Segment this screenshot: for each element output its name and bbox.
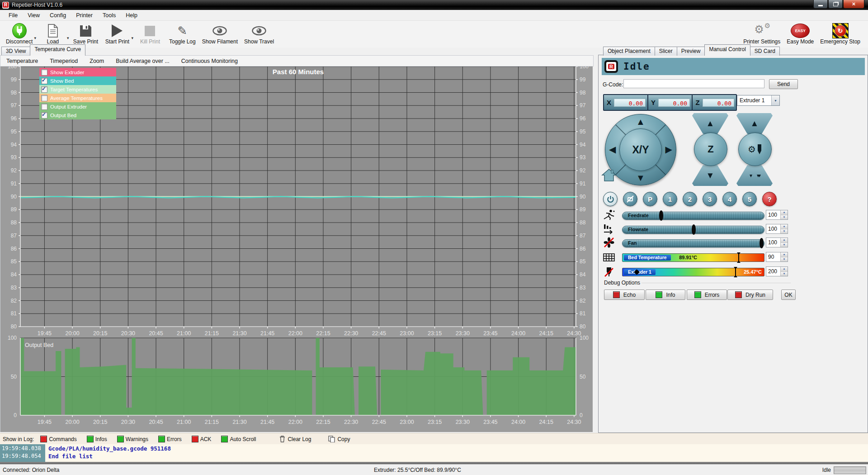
preset-1-button[interactable]: 1 <box>663 192 677 206</box>
feedrate-slider-handle[interactable] <box>659 210 663 221</box>
menu-config[interactable]: Config <box>45 11 71 20</box>
extruder-pad-center[interactable]: ⚙ <box>738 133 772 166</box>
spin-up-icon[interactable]: ▲ <box>781 267 788 272</box>
maximize-button[interactable] <box>828 0 843 9</box>
retract-icon[interactable]: ▾ <box>750 172 752 179</box>
spin-up-icon[interactable]: ▲ <box>781 224 788 229</box>
menu-tools[interactable]: Tools <box>98 11 121 20</box>
chart-menu-temperature[interactable]: Temperature <box>0 57 44 66</box>
legend-item-target-temperatures[interactable]: ✓Target Temperatures <box>39 85 116 94</box>
fan-spinner[interactable]: 100 ▲▼ <box>766 238 788 247</box>
legend-item-average-temperatures[interactable]: Average Temperatures <box>39 94 116 102</box>
spin-down-icon[interactable]: ▼ <box>781 272 788 276</box>
move-y-plus-icon[interactable]: ▲ <box>636 117 645 126</box>
send-button[interactable]: Send <box>769 79 798 89</box>
z-pad-center[interactable]: Z <box>694 133 727 166</box>
spin-down-icon[interactable]: ▼ <box>781 257 788 262</box>
extruder-target-marker[interactable] <box>735 267 736 277</box>
z-up-button[interactable]: ▲ <box>692 113 728 134</box>
menu-help[interactable]: Help <box>121 11 142 20</box>
tab-3d-view[interactable]: 3D View <box>1 47 30 56</box>
extruder-target-spinner[interactable]: 200 ▲▼ <box>766 266 788 276</box>
menu-printer[interactable]: Printer <box>71 11 98 20</box>
toggle-log-button[interactable]: ✎ Toggle Log <box>166 22 199 45</box>
log-area[interactable]: 19:59:48.038 Gcode/PLA/humidity_base.gco… <box>0 444 868 462</box>
checkbox-icon[interactable] <box>41 104 47 110</box>
extrude-button[interactable]: ▲ <box>736 113 773 134</box>
tab-slicer[interactable]: Slicer <box>655 47 677 56</box>
spin-down-icon[interactable]: ▼ <box>781 229 788 234</box>
debug-ok-button[interactable]: OK <box>781 290 796 300</box>
tab-temperature-curve[interactable]: Temperature Curve <box>30 44 85 56</box>
legend-item-show-extruder[interactable]: Show Extruder <box>39 68 116 76</box>
legend-item-output-bed[interactable]: ✓Output Bed <box>39 111 116 119</box>
extruder-select[interactable]: Extruder 1 ▼ <box>737 95 780 106</box>
home-button[interactable] <box>601 168 617 184</box>
log-toggle-commands[interactable]: Commands <box>40 436 76 442</box>
tab-manual-control[interactable]: Manual Control <box>704 44 750 56</box>
panel-splitter[interactable] <box>593 55 598 432</box>
preset-5-button[interactable]: 5 <box>742 192 757 206</box>
debug-errors-button[interactable]: Errors <box>687 290 727 300</box>
spin-up-icon[interactable]: ▲ <box>781 238 788 243</box>
emergency-stop-button[interactable]: ↻ Emergency Stop <box>817 22 863 45</box>
start-print-button[interactable]: Start Print <box>101 22 133 45</box>
disconnect-button[interactable]: Disconnect <box>3 22 36 45</box>
checkbox-icon[interactable] <box>41 69 47 76</box>
log-toggle-auto-scroll[interactable]: Auto Scroll <box>221 436 256 442</box>
park-button[interactable]: P <box>643 192 657 206</box>
tab-preview[interactable]: Preview <box>677 47 705 56</box>
fan-slider-handle[interactable] <box>760 238 764 248</box>
flowrate-spinner[interactable]: 100 ▲▼ <box>766 224 788 234</box>
z-down-button[interactable]: ▼ <box>692 165 728 186</box>
bed-target-marker[interactable] <box>738 252 739 263</box>
flowrate-slider-handle[interactable] <box>692 224 696 235</box>
extruder-temperature-bar[interactable]: Extruder 1 25.47°C <box>622 268 764 276</box>
help-button[interactable]: ? <box>762 192 777 206</box>
move-y-minus-icon[interactable]: ▼ <box>636 173 645 182</box>
preset-2-button[interactable]: 2 <box>683 192 697 206</box>
disconnect-dropdown-icon[interactable]: ▾ <box>34 36 36 40</box>
debug-echo-button[interactable]: Echo <box>604 290 645 300</box>
debug-dry-run-button[interactable]: Dry Run <box>727 290 773 300</box>
checkbox-icon[interactable]: ✓ <box>41 78 47 84</box>
copy-button[interactable]: Copy <box>328 436 350 442</box>
start-print-dropdown-icon[interactable]: ▾ <box>131 36 133 40</box>
checkbox-icon[interactable]: ✓ <box>41 112 47 119</box>
debug-info-button[interactable]: Info <box>646 290 685 300</box>
flowrate-slider[interactable]: Flowrate <box>622 226 764 234</box>
spin-up-icon[interactable]: ▲ <box>781 252 788 257</box>
chart-menu-timeperiod[interactable]: Timeperiod <box>44 57 84 66</box>
xy-pad-center[interactable]: X/Y <box>619 128 662 171</box>
bed-target-spinner[interactable]: 90 ▲▼ <box>766 252 788 262</box>
chart-menu-build-average[interactable]: Build Average over ... <box>110 57 175 66</box>
legend-item-show-bed[interactable]: ✓Show Bed <box>39 76 116 85</box>
fan-slider[interactable]: Fan <box>622 239 764 247</box>
feedrate-slider[interactable]: Feedrate <box>622 212 764 220</box>
feedrate-spinner[interactable]: 100 ▲▼ <box>766 210 788 220</box>
spin-down-icon[interactable]: ▼ <box>781 243 788 247</box>
menu-view[interactable]: View <box>23 11 45 20</box>
easy-mode-button[interactable]: EASY Easy Mode <box>783 22 817 45</box>
show-travel-button[interactable]: Show Travel <box>241 22 277 45</box>
log-toggle-warnings[interactable]: Warnings <box>117 436 148 442</box>
printer-settings-button[interactable]: ⚙⚙ Printer Settings <box>740 22 783 45</box>
checkbox-icon[interactable]: ✓ <box>41 86 47 93</box>
load-button[interactable]: Load <box>37 22 69 45</box>
gcode-input[interactable] <box>623 79 764 88</box>
log-toggle-errors[interactable]: Errors <box>158 436 182 442</box>
tab-sd-card[interactable]: SD Card <box>750 47 780 56</box>
retract-buttons[interactable]: ▾ ▾▾ <box>736 165 773 186</box>
move-x-plus-icon[interactable]: ▶ <box>665 145 672 154</box>
power-button[interactable] <box>603 192 618 206</box>
spin-up-icon[interactable]: ▲ <box>781 210 788 215</box>
preset-4-button[interactable]: 4 <box>722 192 737 206</box>
spin-down-icon[interactable]: ▼ <box>781 215 788 220</box>
legend-item-output-extruder[interactable]: Output Extruder <box>39 102 116 111</box>
retract-fast-icon[interactable]: ▾▾ <box>757 172 760 179</box>
chart-menu-continuous-monitoring[interactable]: Continuous Monitoring <box>175 57 244 66</box>
close-button[interactable]: × <box>843 0 864 9</box>
log-toggle-infos[interactable]: Infos <box>87 436 107 442</box>
show-filament-button[interactable]: Show Filament <box>199 22 241 45</box>
save-print-button[interactable]: Save Print <box>70 22 101 45</box>
